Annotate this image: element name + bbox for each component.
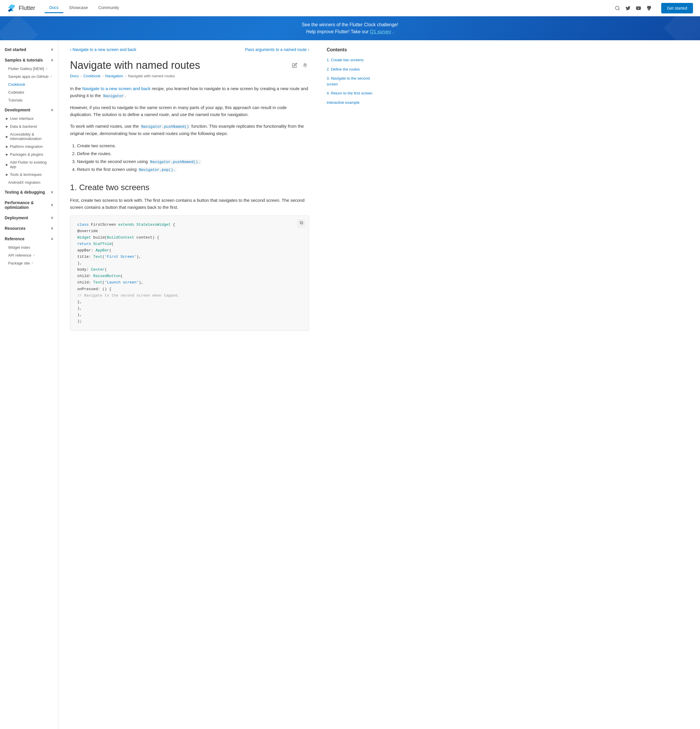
- sidebar-item-flutter-gallery[interactable]: Flutter Gallery [NEW] ↗: [0, 65, 58, 73]
- code-line: onPressed: () {: [77, 286, 303, 292]
- code-line: appBar: AppBar(: [77, 247, 303, 254]
- toc-item-2[interactable]: 2. Define the routes: [327, 67, 379, 72]
- chevron-down-icon: ∨: [51, 216, 54, 220]
- external-link-icon: ↗: [45, 67, 48, 70]
- sidebar-item-codelabs[interactable]: Codelabs: [0, 89, 58, 96]
- sidebar-item-accessibility[interactable]: ▶ Accessibility & internationalization: [0, 130, 58, 142]
- sidebar-item-packages-plugins[interactable]: ▶ Packages & plugins: [0, 151, 58, 158]
- edit-icon[interactable]: [290, 61, 299, 70]
- sidebar-reference-header[interactable]: Reference ∧: [0, 234, 58, 244]
- chevron-left-icon: ‹: [70, 47, 71, 52]
- code-line: body: Center(: [77, 267, 303, 273]
- sidebar-section-samples: Samples & tutorials ∧ Flutter Gallery [N…: [0, 55, 58, 104]
- announcement-banner: See the winners of the Flutter Clock cha…: [0, 16, 700, 40]
- sidebar-item-androidx[interactable]: AndroidX migration: [0, 179, 58, 186]
- chevron-down-icon: ∧: [51, 58, 54, 62]
- chevron-down-icon: ∨: [51, 203, 54, 207]
- header-nav: Docs Showcase Community: [45, 3, 614, 13]
- nav-community[interactable]: Community: [94, 3, 123, 13]
- sidebar-item-package-site[interactable]: Package site ↗: [0, 259, 58, 267]
- code-line: title: Text('First Screen'),: [77, 254, 303, 260]
- code-line: child: Text('Launch screen'),: [77, 279, 303, 286]
- banner-survey-link[interactable]: Q1 survey: [370, 29, 391, 34]
- twitter-icon[interactable]: [625, 5, 631, 11]
- navigate-link[interactable]: Navigate to a new screen and back: [82, 86, 151, 91]
- right-sidebar: Contents 1. Create two screens 2. Define…: [321, 40, 385, 729]
- chevron-up-icon: ∧: [51, 108, 54, 112]
- sidebar-item-cookbook[interactable]: Cookbook: [0, 80, 58, 89]
- arrow-right-icon: ▶: [6, 145, 8, 148]
- sidebar-item-api-reference[interactable]: API reference ↗: [0, 251, 58, 259]
- code-line: ),: [77, 305, 303, 312]
- toc-item-4[interactable]: 4. Return to the first screen: [327, 90, 379, 96]
- breadcrumb-cookbook[interactable]: Cookbook: [83, 74, 101, 78]
- sidebar-testing-header[interactable]: Testing & debugging ∨: [0, 187, 58, 197]
- arrow-right-icon: ▶: [6, 135, 8, 138]
- code-line: ),: [77, 260, 303, 267]
- chevron-right-icon: ›: [308, 47, 309, 52]
- sidebar-get-started-header[interactable]: Get started ∨: [0, 45, 58, 54]
- sidebar-item-tools-techniques[interactable]: ▶ Tools & techniques: [0, 171, 58, 179]
- code-line: Widget build(BuildContext context) {: [77, 234, 303, 241]
- sidebar-performance-header[interactable]: Performance & optimization ∨: [0, 198, 58, 212]
- sidebar: Get started ∨ Samples & tutorials ∧ Flut…: [0, 40, 58, 729]
- page-title: Navigate with named routes: [70, 59, 200, 71]
- logo-text: Flutter: [19, 5, 35, 12]
- list-item: Create two screens.: [77, 142, 309, 150]
- chevron-down-icon: ∨: [51, 190, 54, 194]
- sidebar-section-deployment: Deployment ∨: [0, 213, 58, 222]
- sidebar-section-get-started: Get started ∨: [0, 45, 58, 54]
- sidebar-development-header[interactable]: Development ∧: [0, 105, 58, 115]
- breadcrumb-docs[interactable]: Docs: [70, 74, 79, 78]
- github-icon[interactable]: [646, 5, 652, 11]
- sidebar-samples-header[interactable]: Samples & tutorials ∧: [0, 55, 58, 65]
- header-icons: Get started: [614, 3, 693, 13]
- code-line: },: [77, 299, 303, 305]
- sidebar-item-widget-index[interactable]: Widget index: [0, 244, 58, 251]
- sidebar-item-add-flutter[interactable]: ▶ Add Flutter to existing app: [0, 158, 58, 171]
- next-link[interactable]: Pass arguments to a named route ›: [245, 47, 309, 52]
- sidebar-resources-header[interactable]: Resources ∨: [0, 224, 58, 233]
- toc-item-interactive[interactable]: Interactive example: [327, 100, 379, 106]
- sidebar-item-sample-apps[interactable]: Sample apps on GitHub ↗: [0, 73, 58, 80]
- list-item: Define the routes.: [77, 150, 309, 157]
- flutter-logo-icon: [7, 3, 16, 13]
- nav-docs[interactable]: Docs: [45, 3, 63, 13]
- copy-code-button[interactable]: ⧉: [297, 219, 305, 228]
- nav-showcase[interactable]: Showcase: [64, 3, 93, 13]
- svg-point-4: [616, 6, 619, 10]
- sidebar-deployment-header[interactable]: Deployment ∨: [0, 213, 58, 222]
- prev-link[interactable]: ‹ Navigate to a new screen and back: [70, 47, 136, 52]
- breadcrumb-sep: ›: [80, 74, 82, 78]
- title-actions: [290, 61, 309, 70]
- chevron-up-icon: ∧: [51, 237, 54, 241]
- breadcrumb-navigation[interactable]: Navigation: [105, 74, 123, 78]
- code-block: ⧉ class FirstScreen extends StatelessWid…: [70, 215, 309, 331]
- sidebar-item-data-backend[interactable]: ▶ Data & backend: [0, 122, 58, 130]
- toc-title: Contents: [327, 47, 379, 52]
- search-icon[interactable]: [614, 5, 620, 11]
- section-1-text: First, create two screens to work with. …: [70, 197, 309, 211]
- get-started-button[interactable]: Get started: [661, 3, 693, 13]
- breadcrumb-current: Navigate with named routes: [128, 74, 175, 78]
- sidebar-item-tutorials[interactable]: Tutorials: [0, 96, 58, 104]
- sidebar-section-reference: Reference ∧ Widget index API reference ↗…: [0, 234, 58, 267]
- sidebar-section-testing: Testing & debugging ∨: [0, 187, 58, 197]
- arrow-right-icon: ▶: [6, 153, 8, 156]
- sidebar-section-performance: Performance & optimization ∨: [0, 198, 58, 212]
- sidebar-item-user-interface[interactable]: ▶ User interface: [0, 115, 58, 122]
- bug-icon[interactable]: [301, 61, 309, 70]
- toc-item-3[interactable]: 3. Navigate to the second screen: [327, 76, 379, 87]
- youtube-icon[interactable]: [636, 5, 641, 11]
- intro-paragraph-2: However, if you need to navigate to the …: [70, 104, 309, 118]
- toc-item-1[interactable]: 1. Create two screens: [327, 57, 379, 63]
- sidebar-section-development: Development ∧ ▶ User interface ▶ Data & …: [0, 105, 58, 186]
- svg-line-5: [618, 9, 619, 10]
- page-title-row: Navigate with named routes: [70, 59, 309, 71]
- sidebar-item-platform-integration[interactable]: ▶ Platform integration: [0, 142, 58, 151]
- breadcrumb: Docs › Cookbook › Navigation › Navigate …: [70, 74, 309, 78]
- flutter-logo[interactable]: Flutter: [7, 3, 35, 13]
- arrow-right-icon: ▶: [6, 173, 8, 176]
- code-line: // Navigate to the second screen when ta…: [77, 292, 303, 299]
- list-item: Return to the first screen using Navigat…: [77, 166, 309, 173]
